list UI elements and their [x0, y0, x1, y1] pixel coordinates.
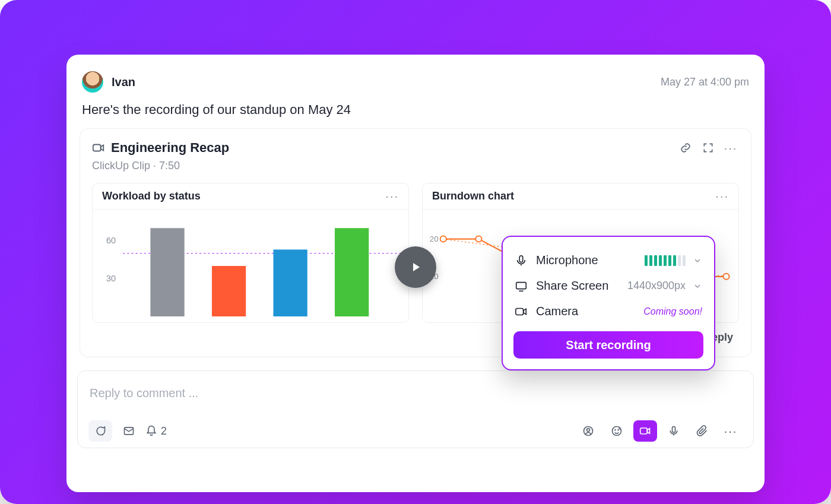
camera-icon — [515, 305, 528, 318]
svg-rect-5 — [212, 266, 246, 316]
notification-count: 2 — [161, 425, 167, 438]
comment-composer[interactable]: Reply to comment ... 2 — [77, 370, 754, 448]
screen-icon — [515, 280, 528, 293]
svg-point-28 — [618, 430, 619, 430]
video-icon — [92, 141, 105, 154]
clip-card: Engineering Recap ··· ClickUp Clip · 7:5… — [80, 128, 751, 357]
attachment-icon[interactable] — [690, 420, 714, 442]
share-label: Share Screen — [536, 279, 608, 293]
microphone-label: Microphone — [536, 253, 598, 267]
svg-rect-21 — [516, 282, 526, 289]
workload-chart-card: Workload by status ··· 3060 — [92, 183, 409, 323]
comment-card: Ivan May 27 at 4:00 pm Here's the record… — [66, 55, 765, 492]
camera-label: Camera — [536, 305, 578, 318]
svg-rect-22 — [516, 308, 524, 315]
chevron-down-icon[interactable] — [693, 281, 702, 291]
comment-body: Here's the recording of our standup on M… — [77, 93, 754, 128]
svg-point-12 — [475, 236, 481, 242]
link-icon[interactable] — [677, 140, 694, 156]
comment-header: Ivan May 27 at 4:00 pm — [77, 71, 754, 93]
svg-rect-7 — [335, 228, 369, 316]
svg-text:60: 60 — [106, 236, 116, 246]
composer-placeholder[interactable]: Reply to comment ... — [88, 383, 743, 420]
workload-more-icon[interactable]: ··· — [385, 189, 399, 203]
svg-point-25 — [587, 429, 590, 432]
svg-text:20: 20 — [430, 234, 439, 243]
chevron-down-icon[interactable] — [693, 256, 702, 265]
composer-more-icon[interactable]: ··· — [719, 420, 743, 442]
svg-point-19 — [723, 274, 729, 280]
svg-rect-20 — [519, 255, 523, 262]
microphone-icon — [515, 254, 528, 267]
start-recording-button[interactable]: Start recording — [513, 331, 703, 359]
bell-icon — [145, 425, 157, 437]
camera-note: Coming soon! — [643, 306, 702, 317]
share-value: 1440x900px — [627, 280, 686, 292]
play-icon — [408, 260, 423, 274]
svg-point-27 — [615, 430, 616, 430]
mic-level — [645, 255, 686, 266]
comment-author: Ivan — [112, 75, 135, 89]
svg-point-11 — [440, 236, 446, 242]
mail-icon[interactable] — [117, 420, 141, 442]
comment-icon[interactable] — [88, 420, 112, 442]
more-icon[interactable]: ··· — [722, 140, 739, 156]
play-button[interactable] — [395, 246, 436, 288]
clip-title: Engineering Recap — [111, 140, 229, 156]
svg-rect-29 — [640, 428, 648, 434]
share-screen-row[interactable]: Share Screen 1440x900px — [513, 273, 703, 299]
svg-rect-30 — [673, 427, 675, 433]
camera-row: Camera Coming soon! — [513, 299, 703, 324]
workload-chart: 3060 — [93, 210, 408, 322]
notifications-button[interactable]: 2 — [145, 425, 167, 438]
comment-timestamp: May 27 at 4:00 pm — [661, 76, 749, 88]
clip-subtitle: ClickUp Clip · 7:50 — [92, 160, 739, 172]
svg-text:30: 30 — [106, 274, 116, 283]
workload-chart-title: Workload by status — [102, 190, 201, 202]
mention-icon[interactable] — [576, 420, 600, 442]
voice-icon[interactable] — [662, 420, 686, 442]
composer-toolbar: 2 ··· — [88, 420, 743, 442]
expand-icon[interactable] — [700, 140, 716, 156]
record-video-button[interactable] — [633, 420, 657, 442]
recording-popover: Microphone Share Screen 1440x900px — [502, 236, 715, 370]
microphone-row[interactable]: Microphone — [513, 248, 703, 273]
burndown-more-icon[interactable]: ··· — [715, 189, 729, 203]
avatar[interactable] — [82, 71, 103, 93]
svg-rect-6 — [273, 249, 307, 316]
emoji-icon[interactable] — [605, 420, 629, 442]
svg-rect-4 — [150, 228, 184, 316]
burndown-chart-title: Burndown chart — [432, 190, 514, 202]
svg-rect-0 — [93, 145, 101, 151]
